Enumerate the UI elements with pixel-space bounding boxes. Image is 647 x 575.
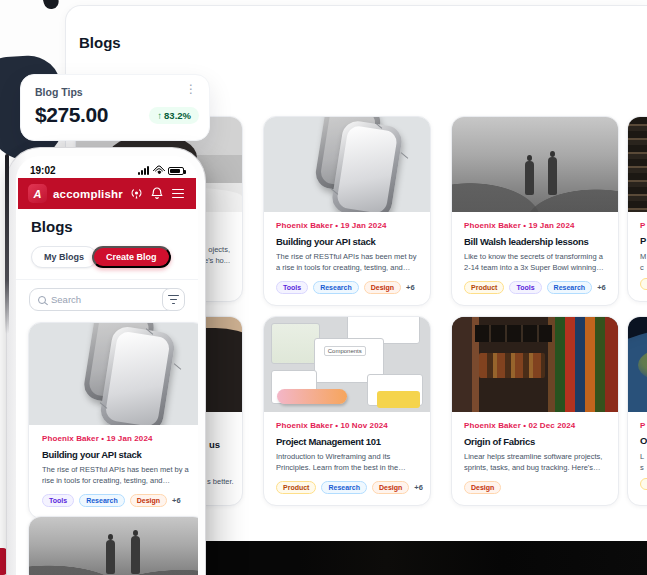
card-meta: Phoenix Baker • 19 Jan 2024 xyxy=(464,221,606,230)
signal-icon xyxy=(138,166,149,175)
wifi-icon xyxy=(153,166,164,175)
tag[interactable]: Research xyxy=(79,494,125,507)
blog-card[interactable]: Phoenix Baker • 02 Dec 2024 Origin of Fa… xyxy=(451,316,619,506)
blog-tips-stat-card: Blog Tips $275.00 ⋮ ↑83.2% xyxy=(20,74,210,141)
search-icon xyxy=(38,296,46,304)
card-description: Introduction to Wireframing and its Prin… xyxy=(276,452,418,473)
podcast-icon[interactable] xyxy=(129,186,144,201)
brand-name: accomplishr xyxy=(53,188,123,200)
tag-more-count[interactable]: +6 xyxy=(597,283,606,292)
card-desc-fragment: s xyxy=(640,463,644,472)
my-blogs-button[interactable]: My Blogs xyxy=(31,246,97,268)
card-title[interactable]: Project Management 101 xyxy=(276,436,418,447)
screenshot-canvas: Blogs ojects, re's ho... Phoenix Baker •… xyxy=(0,0,647,575)
tag-more-count[interactable]: +6 xyxy=(406,283,415,292)
phone-mockup: 19:02 A accomplishr Blogs My B xyxy=(6,147,206,575)
up-arrow-icon: ↑ xyxy=(157,110,162,121)
card-meta: Phoenix Baker • 19 Jan 2024 xyxy=(276,221,418,230)
blog-card-clipped[interactable]: P P M c xyxy=(627,116,647,302)
card-title-fragment: O xyxy=(640,435,647,446)
blog-card-image-two-figures xyxy=(29,517,198,575)
card-title-fragment: P xyxy=(640,235,646,246)
stat-change-badge: ↑83.2% xyxy=(149,107,199,124)
card-desc-fragment: s better. xyxy=(207,477,234,486)
card-desc-fragment: ojects, xyxy=(208,245,230,254)
search-field[interactable] xyxy=(29,288,176,311)
card-desc-fragment: L xyxy=(640,452,644,461)
decorative-dark-mark xyxy=(43,0,60,11)
divider xyxy=(16,279,198,280)
card-description: Like to know the secrets of transforming… xyxy=(464,252,606,273)
card-desc-fragment: M xyxy=(640,252,646,261)
tag-more-count[interactable]: +6 xyxy=(414,483,423,492)
tag[interactable]: Research xyxy=(321,481,367,494)
blog-card[interactable]: Components Phoenix Baker • 10 Nov 2024 P… xyxy=(263,316,431,506)
card-tags: Product Tools Research +6 xyxy=(464,281,606,294)
blog-card-image xyxy=(628,117,647,212)
blog-card-image-api-stack xyxy=(29,323,198,425)
card-tags: Product Research Design +6 xyxy=(276,481,418,494)
tag[interactable]: Design xyxy=(130,494,167,507)
blog-card[interactable]: Phoenix Baker • 19 Jan 2024 Building you… xyxy=(263,116,431,306)
tag[interactable]: Design xyxy=(364,281,401,294)
blog-card-image-api-stack xyxy=(264,117,430,212)
tag[interactable]: Research xyxy=(547,281,593,294)
card-desc-fragment: c xyxy=(640,263,644,272)
tag[interactable]: Design xyxy=(464,481,501,494)
tag[interactable]: Tools xyxy=(509,281,541,294)
tag[interactable]: Tools xyxy=(42,494,74,507)
tag[interactable]: Research xyxy=(313,281,359,294)
status-time: 19:02 xyxy=(30,165,56,176)
tag-clipped xyxy=(640,278,647,290)
card-meta-fragment: P xyxy=(640,421,645,430)
app-header: A accomplishr xyxy=(18,178,196,209)
card-meta-fragment: P xyxy=(640,221,645,230)
blog-card-image-two-figures xyxy=(452,117,618,212)
card-description: Linear helps streamline software project… xyxy=(464,452,606,473)
card-title-fragment: us xyxy=(209,439,220,450)
card-tags: Design xyxy=(464,481,606,494)
card-title[interactable]: Building your API stack xyxy=(276,236,418,247)
blog-card-image-earth xyxy=(628,317,647,412)
mobile-blog-card[interactable]: Phoenix Baker • 19 Jan 2024 Building you… xyxy=(28,322,198,519)
card-tags: Tools Research Design +6 xyxy=(276,281,418,294)
status-bar: 19:02 xyxy=(16,156,198,178)
phone-screen: 19:02 A accomplishr Blogs My B xyxy=(16,156,198,575)
tag[interactable]: Design xyxy=(372,481,409,494)
card-meta: Phoenix Baker • 02 Dec 2024 xyxy=(464,421,606,430)
card-title[interactable]: Bill Walsh leadership lessons xyxy=(464,236,606,247)
card-title[interactable]: Building your API stack xyxy=(42,449,192,460)
battery-icon xyxy=(168,167,184,175)
blog-card-image-fabric-shop xyxy=(452,317,618,412)
bell-icon[interactable] xyxy=(150,186,164,201)
page-title: Blogs xyxy=(79,34,121,51)
tag-more-count[interactable]: +6 xyxy=(172,496,181,505)
blog-card-image-ui-collage: Components xyxy=(264,317,430,412)
create-blog-button[interactable]: Create Blog xyxy=(92,246,171,268)
tag[interactable]: Product xyxy=(276,481,316,494)
card-tags: Tools Research Design +6 xyxy=(42,494,192,507)
stat-card-title: Blog Tips xyxy=(35,86,195,98)
components-label: Components xyxy=(324,346,366,356)
card-title[interactable]: Origin of Fabrics xyxy=(464,436,606,447)
tag-clipped xyxy=(640,478,647,490)
card-description: The rise of RESTful APIs has been met by… xyxy=(42,465,192,486)
phone-page-title: Blogs xyxy=(31,218,73,235)
accomplishr-logo[interactable]: A xyxy=(28,184,47,203)
card-description: The rise of RESTful APIs has been met by… xyxy=(276,252,418,273)
blog-card[interactable]: Phoenix Baker • 19 Jan 2024 Bill Walsh l… xyxy=(451,116,619,306)
card-meta: Phoenix Baker • 10 Nov 2024 xyxy=(276,421,418,430)
card-meta: Phoenix Baker • 19 Jan 2024 xyxy=(42,434,192,443)
tag[interactable]: Product xyxy=(464,281,504,294)
kebab-menu-icon[interactable]: ⋮ xyxy=(181,81,201,97)
mobile-blog-card-clipped[interactable] xyxy=(28,516,198,575)
filter-button[interactable] xyxy=(162,288,185,311)
search-input[interactable] xyxy=(51,294,167,305)
blog-card-clipped[interactable]: P O L s xyxy=(627,316,647,506)
tag[interactable]: Tools xyxy=(276,281,308,294)
hamburger-icon[interactable] xyxy=(170,187,186,201)
